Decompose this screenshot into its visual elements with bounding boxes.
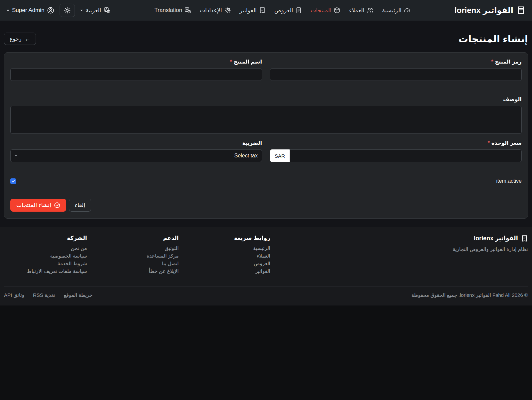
main-nav: الرئيسية العملاء المنتجات العروض الفواتي… bbox=[151, 4, 414, 17]
list-item: سياسة ملفات تعريف الارتباط bbox=[4, 268, 87, 274]
footer-column-title: روابط سريعة bbox=[187, 235, 270, 242]
user-label: Super Admin bbox=[12, 7, 44, 14]
footer-link-cookies[interactable]: سياسة ملفات تعريف الارتباط bbox=[27, 268, 87, 274]
list-item: العملاء bbox=[187, 253, 270, 259]
main-content: إنشاء المنتجات ← رجوع رمز المنتج * اسم ا… bbox=[0, 21, 532, 227]
page-title: إنشاء المنتجات bbox=[458, 33, 528, 45]
nav-item-settings[interactable]: الإعدادات bbox=[196, 4, 234, 17]
required-marker: * bbox=[488, 140, 490, 146]
list-item: الفواتير bbox=[187, 268, 270, 274]
footer-brand-column: الفواتير lorienx نظام إدارة الفواتير وال… bbox=[279, 235, 528, 276]
list-item: الإبلاغ عن خطأ bbox=[96, 268, 178, 274]
nav-item-customers[interactable]: العملاء bbox=[346, 4, 377, 17]
product-name-input[interactable] bbox=[10, 68, 262, 81]
list-item: مركز المساعدة bbox=[96, 253, 178, 259]
nav-item-label: العملاء bbox=[349, 7, 364, 14]
footer-link-help-center[interactable]: مركز المساعدة bbox=[147, 253, 179, 259]
footer-tagline: نظام إدارة الفواتير والعروض التجارية bbox=[279, 246, 528, 252]
product-code-label: رمز المنتج * bbox=[270, 59, 522, 65]
submit-button[interactable]: إنشاء المنتجات bbox=[10, 199, 66, 212]
footer-link-invoices[interactable]: الفواتير bbox=[255, 268, 270, 274]
unit-price-input[interactable] bbox=[290, 149, 522, 162]
copyright-text: © 2026 Fahd Ali الفواتير lorienx. جميع ا… bbox=[411, 292, 528, 298]
cancel-button[interactable]: إلغاء bbox=[69, 199, 91, 212]
language-label: العربية bbox=[86, 7, 101, 14]
footer-link-home[interactable]: الرئيسية bbox=[253, 245, 270, 251]
check-icon bbox=[11, 179, 15, 183]
active-checkbox[interactable] bbox=[10, 178, 16, 184]
list-item: اتصل بنا bbox=[96, 261, 178, 267]
footer-link-offers[interactable]: العروض bbox=[254, 261, 270, 266]
navbar-controls: العربية Super Admin bbox=[7, 4, 111, 17]
back-button-label: رجوع bbox=[10, 36, 21, 42]
footer-bottom-links: خريطة الموقع تغذية RSS وثائق API bbox=[4, 292, 93, 298]
brand-logo[interactable]: الفواتير lorienx bbox=[454, 6, 525, 15]
list-item: التوثيق bbox=[96, 245, 178, 251]
description-textarea[interactable] bbox=[10, 106, 522, 134]
required-marker: * bbox=[491, 59, 493, 65]
sun-icon bbox=[64, 7, 71, 14]
language-dropdown[interactable]: العربية bbox=[80, 7, 110, 14]
page-header: إنشاء المنتجات ← رجوع bbox=[4, 33, 528, 45]
footer-link-customers[interactable]: العملاء bbox=[257, 253, 270, 259]
active-check-row: item.active bbox=[10, 178, 522, 184]
user-dropdown[interactable]: Super Admin bbox=[7, 7, 54, 14]
footer-quick-links-column: روابط سريعة الرئيسية العملاء العروض الفو… bbox=[187, 235, 270, 276]
chevron-down-icon bbox=[80, 10, 83, 11]
footer-link-about[interactable]: من نحن bbox=[71, 245, 87, 251]
create-product-form-card: رمز المنتج * اسم المنتج * الوصف bbox=[4, 52, 528, 219]
description-label: الوصف bbox=[10, 96, 522, 102]
nav-item-translation[interactable]: Translation bbox=[151, 4, 194, 16]
form-actions: إلغاء إنشاء المنتجات bbox=[10, 199, 522, 212]
footer-link-api-docs[interactable]: وثائق API bbox=[4, 292, 24, 298]
footer-link-sitemap[interactable]: خريطة الموقع bbox=[64, 292, 93, 298]
unit-price-label: سعر الوحدة * bbox=[270, 140, 522, 146]
nav-item-products[interactable]: المنتجات bbox=[307, 4, 344, 17]
nav-item-offers[interactable]: العروض bbox=[271, 4, 305, 17]
nav-item-invoices[interactable]: الفواتير bbox=[236, 4, 269, 17]
footer-link-terms[interactable]: شروط الخدمة bbox=[58, 261, 87, 266]
footer-column-title: الدعم bbox=[96, 235, 178, 242]
unit-price-input-group: SAR bbox=[270, 149, 522, 162]
receipt-icon bbox=[517, 6, 525, 15]
check-circle-icon bbox=[54, 202, 60, 208]
form-row-code-name: رمز المنتج * اسم المنتج * bbox=[10, 59, 522, 81]
translate-icon bbox=[184, 7, 191, 14]
footer-link-report-bug[interactable]: الإبلاغ عن خطأ bbox=[149, 268, 179, 274]
top-navbar: الفواتير lorienx الرئيسية العملاء المنتج… bbox=[0, 0, 532, 21]
product-name-label: اسم المنتج * bbox=[10, 59, 262, 65]
tax-group: الضريبة Select tax bbox=[10, 140, 262, 162]
footer-company-column: الشركة من نحن سياسة الخصوصية شروط الخدمة… bbox=[4, 235, 87, 276]
nav-item-label: المنتجات bbox=[311, 7, 331, 14]
footer-link-rss[interactable]: تغذية RSS bbox=[33, 292, 55, 298]
gauge-icon bbox=[404, 7, 410, 14]
list-item: من نحن bbox=[4, 245, 87, 251]
footer-link-docs[interactable]: التوثيق bbox=[164, 245, 178, 251]
form-row-price-tax: سعر الوحدة * SAR الضريبة Select tax bbox=[10, 140, 522, 162]
footer-brand: الفواتير lorienx bbox=[279, 235, 528, 242]
page-footer: الفواتير lorienx نظام إدارة الفواتير وال… bbox=[0, 227, 532, 305]
nav-item-label: الفواتير bbox=[240, 7, 257, 14]
nav-item-label: الرئيسية bbox=[382, 7, 402, 14]
people-icon bbox=[367, 7, 374, 14]
footer-link-contact[interactable]: اتصل بنا bbox=[162, 261, 179, 266]
box-icon bbox=[334, 7, 340, 14]
list-item: الرئيسية bbox=[187, 245, 270, 251]
footer-brand-title: الفواتير lorienx bbox=[474, 235, 518, 242]
nav-item-home[interactable]: الرئيسية bbox=[379, 4, 414, 17]
footer-link-privacy[interactable]: سياسة الخصوصية bbox=[50, 253, 87, 259]
tax-select[interactable]: Select tax bbox=[10, 149, 262, 162]
back-button[interactable]: ← رجوع bbox=[4, 33, 36, 45]
theme-toggle-button[interactable] bbox=[60, 4, 75, 17]
description-group: الوصف bbox=[10, 96, 522, 134]
nav-item-label: العروض bbox=[274, 7, 293, 14]
footer-column-title: الشركة bbox=[4, 235, 87, 242]
footer-support-column: الدعم التوثيق مركز المساعدة اتصل بنا الإ… bbox=[96, 235, 178, 276]
list-item: سياسة الخصوصية bbox=[4, 253, 87, 259]
nav-item-label: الإعدادات bbox=[200, 7, 222, 14]
chevron-down-icon bbox=[7, 10, 9, 11]
product-code-input[interactable] bbox=[270, 68, 522, 81]
list-item: العروض bbox=[187, 261, 270, 267]
product-code-group: رمز المنتج * bbox=[270, 59, 522, 81]
receipt-icon bbox=[259, 7, 266, 14]
